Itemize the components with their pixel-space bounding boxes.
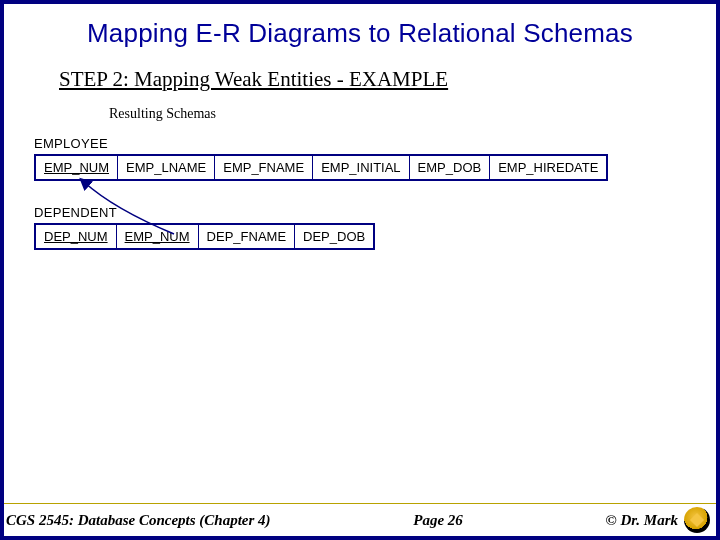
schema-column: EMP_HIREDATE: [490, 155, 608, 180]
schema-column: EMP_DOB: [409, 155, 490, 180]
slide-title: Mapping E-R Diagrams to Relational Schem…: [4, 18, 716, 49]
schema-column: EMP_LNAME: [118, 155, 215, 180]
employee-table-wrap: EMP_NUMEMP_LNAMEEMP_FNAMEEMP_INITIALEMP_…: [4, 154, 716, 181]
schema-column: EMP_NUM: [116, 224, 198, 249]
schema-column: DEP_FNAME: [198, 224, 294, 249]
footer-author: © Dr. Mark: [606, 512, 678, 529]
resulting-schemas-label: Resulting Schemas: [109, 106, 716, 122]
schema-column: EMP_NUM: [35, 155, 118, 180]
table-row: EMP_NUMEMP_LNAMEEMP_FNAMEEMP_INITIALEMP_…: [35, 155, 607, 180]
schema-column: EMP_FNAME: [215, 155, 313, 180]
schema-column: DEP_DOB: [295, 224, 375, 249]
employee-table-name: EMPLOYEE: [34, 136, 716, 151]
dependent-table-name: DEPENDENT: [34, 205, 716, 220]
footer-page: Page 26: [271, 512, 606, 529]
slide: Mapping E-R Diagrams to Relational Schem…: [0, 0, 720, 540]
step-subtitle: STEP 2: Mapping Weak Entities - EXAMPLE: [59, 67, 716, 92]
schema-column: DEP_NUM: [35, 224, 116, 249]
ucf-logo-icon: [684, 507, 710, 533]
footer: CGS 2545: Database Concepts (Chapter 4) …: [4, 504, 716, 536]
dependent-schema-table: DEP_NUMEMP_NUMDEP_FNAMEDEP_DOB: [34, 223, 375, 250]
footer-course: CGS 2545: Database Concepts (Chapter 4): [6, 512, 271, 529]
table-row: DEP_NUMEMP_NUMDEP_FNAMEDEP_DOB: [35, 224, 374, 249]
schema-column: EMP_INITIAL: [313, 155, 409, 180]
employee-schema-table: EMP_NUMEMP_LNAMEEMP_FNAMEEMP_INITIALEMP_…: [34, 154, 608, 181]
